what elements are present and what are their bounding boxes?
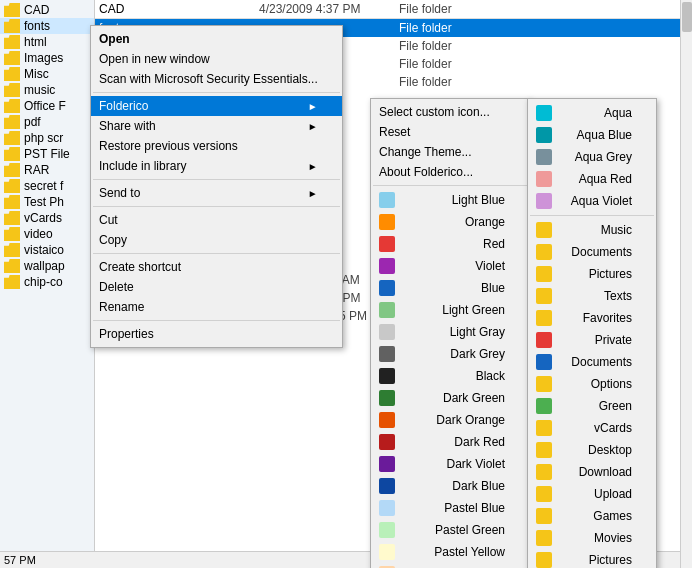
menu-rename[interactable]: Rename bbox=[91, 297, 342, 317]
color-dot-green bbox=[536, 398, 552, 414]
rcolor-pictures[interactable]: Pictures bbox=[528, 263, 656, 285]
color-dot-pictures2 bbox=[536, 552, 552, 568]
color-dot-download bbox=[536, 464, 552, 480]
rcolor-favorites[interactable]: Favorites bbox=[528, 307, 656, 329]
color-dark-grey[interactable]: Dark Grey bbox=[371, 343, 529, 365]
menu-folderico[interactable]: Folderico ► bbox=[91, 96, 342, 116]
color-dark-orange[interactable]: Dark Orange bbox=[371, 409, 529, 431]
sidebar-item-php[interactable]: php scr bbox=[0, 130, 94, 146]
rcolor-documents[interactable]: Documents bbox=[528, 241, 656, 263]
sidebar-item-pst[interactable]: PST File bbox=[0, 146, 94, 162]
rcolor-aqua-grey[interactable]: Aqua Grey bbox=[528, 146, 656, 168]
color-dot-light-green bbox=[379, 302, 395, 318]
scrollbar[interactable] bbox=[680, 0, 692, 568]
color-violet[interactable]: Violet bbox=[371, 255, 529, 277]
color-dot-blue bbox=[379, 280, 395, 296]
rcolor-games[interactable]: Games bbox=[528, 505, 656, 527]
menu-scan[interactable]: Scan with Microsoft Security Essentials.… bbox=[91, 69, 342, 89]
sidebar-item-secret[interactable]: secret f bbox=[0, 178, 94, 194]
rcolor-texts[interactable]: Texts bbox=[528, 285, 656, 307]
sidebar-item-misc[interactable]: Misc bbox=[0, 66, 94, 82]
folderico-select-icon[interactable]: Select custom icon... bbox=[371, 102, 529, 122]
sidebar-item-office[interactable]: Office F bbox=[0, 98, 94, 114]
sidebar-item-fonts[interactable]: fonts bbox=[0, 18, 94, 34]
folderico-reset[interactable]: Reset bbox=[371, 122, 529, 142]
menu-open-new-window[interactable]: Open in new window bbox=[91, 49, 342, 69]
rcolor-movies[interactable]: Movies bbox=[528, 527, 656, 549]
color-dot-pictures bbox=[536, 266, 552, 282]
rcolor-vcards[interactable]: vCards bbox=[528, 417, 656, 439]
rcolor-desktop[interactable]: Desktop bbox=[528, 439, 656, 461]
rcolor-aqua[interactable]: Aqua bbox=[528, 102, 656, 124]
sidebar-item-images[interactable]: Images bbox=[0, 50, 94, 66]
folderico-about[interactable]: About Folderico... bbox=[371, 162, 529, 182]
folderico-change-theme[interactable]: Change Theme... bbox=[371, 142, 529, 162]
rcolor-pictures2[interactable]: Pictures bbox=[528, 549, 656, 568]
color-dot-dark-violet bbox=[379, 456, 395, 472]
color-blue[interactable]: Blue bbox=[371, 277, 529, 299]
color-dot-pastel-green bbox=[379, 522, 395, 538]
sidebar-item-pdf[interactable]: pdf bbox=[0, 114, 94, 130]
context-menu-main: Open Open in new window Scan with Micros… bbox=[90, 25, 343, 348]
sidebar-item-vistaico[interactable]: vistaico bbox=[0, 242, 94, 258]
color-pastel-green[interactable]: Pastel Green bbox=[371, 519, 529, 541]
color-dot-pastel-blue bbox=[379, 500, 395, 516]
rcolor-aqua-violet[interactable]: Aqua Violet bbox=[528, 190, 656, 212]
rcolor-green[interactable]: Green bbox=[528, 395, 656, 417]
color-dot-light-blue bbox=[379, 192, 395, 208]
menu-restore-versions[interactable]: Restore previous versions bbox=[91, 136, 342, 156]
rcolor-upload[interactable]: Upload bbox=[528, 483, 656, 505]
color-pastel-orange[interactable]: Pastel Orange bbox=[371, 563, 529, 568]
sidebar-item-cad[interactable]: CAD bbox=[0, 2, 94, 18]
menu-cut[interactable]: Cut bbox=[91, 210, 342, 230]
color-dot-aqua bbox=[536, 105, 552, 121]
rcolor-private[interactable]: Private bbox=[528, 329, 656, 351]
menu-copy[interactable]: Copy bbox=[91, 230, 342, 250]
color-orange[interactable]: Orange bbox=[371, 211, 529, 233]
color-dark-blue[interactable]: Dark Blue bbox=[371, 475, 529, 497]
menu-delete[interactable]: Delete bbox=[91, 277, 342, 297]
menu-send-to[interactable]: Send to ► bbox=[91, 183, 342, 203]
rcolor-download[interactable]: Download bbox=[528, 461, 656, 483]
submenu-arrow-library: ► bbox=[308, 161, 318, 172]
sidebar-item-music[interactable]: music bbox=[0, 82, 94, 98]
menu-open[interactable]: Open bbox=[91, 29, 342, 49]
sidebar-item-rar[interactable]: RAR bbox=[0, 162, 94, 178]
menu-share-with[interactable]: Share with ► bbox=[91, 116, 342, 136]
submenu-arrow-sendto: ► bbox=[308, 188, 318, 199]
menu-create-shortcut[interactable]: Create shortcut bbox=[91, 257, 342, 277]
sidebar-item-test[interactable]: Test Ph bbox=[0, 194, 94, 210]
rcolor-documents2[interactable]: Documents bbox=[528, 351, 656, 373]
color-black[interactable]: Black bbox=[371, 365, 529, 387]
rcolor-aqua-blue[interactable]: Aqua Blue bbox=[528, 124, 656, 146]
rcolor-music[interactable]: Music bbox=[528, 219, 656, 241]
sidebar-item-vcards[interactable]: vCards bbox=[0, 210, 94, 226]
menu-include-library[interactable]: Include in library ► bbox=[91, 156, 342, 176]
color-pastel-yellow[interactable]: Pastel Yellow bbox=[371, 541, 529, 563]
sidebar-item-html[interactable]: html bbox=[0, 34, 94, 50]
color-dark-red[interactable]: Dark Red bbox=[371, 431, 529, 453]
color-light-gray[interactable]: Light Gray bbox=[371, 321, 529, 343]
color-dark-violet[interactable]: Dark Violet bbox=[371, 453, 529, 475]
color-pastel-blue[interactable]: Pastel Blue bbox=[371, 497, 529, 519]
sidebar-item-chip[interactable]: chip-co bbox=[0, 274, 94, 290]
sidebar-item-video[interactable]: video bbox=[0, 226, 94, 242]
submenu-arrow-share: ► bbox=[308, 121, 318, 132]
color-red[interactable]: Red bbox=[371, 233, 529, 255]
color-light-blue[interactable]: Light Blue bbox=[371, 189, 529, 211]
separator-4 bbox=[93, 253, 340, 254]
color-dot-aqua-red bbox=[536, 171, 552, 187]
rcolor-options[interactable]: Options bbox=[528, 373, 656, 395]
color-dot-dark-green bbox=[379, 390, 395, 406]
separator-1 bbox=[93, 92, 340, 93]
color-dot-aqua-blue bbox=[536, 127, 552, 143]
color-dot-aqua-grey bbox=[536, 149, 552, 165]
scrollbar-thumb[interactable] bbox=[682, 2, 692, 32]
color-dark-green[interactable]: Dark Green bbox=[371, 387, 529, 409]
color-light-green[interactable]: Light Green bbox=[371, 299, 529, 321]
color-dot-music bbox=[536, 222, 552, 238]
color-dot-desktop bbox=[536, 442, 552, 458]
rcolor-aqua-red[interactable]: Aqua Red bbox=[528, 168, 656, 190]
menu-properties[interactable]: Properties bbox=[91, 324, 342, 344]
sidebar-item-wallpap[interactable]: wallpap bbox=[0, 258, 94, 274]
